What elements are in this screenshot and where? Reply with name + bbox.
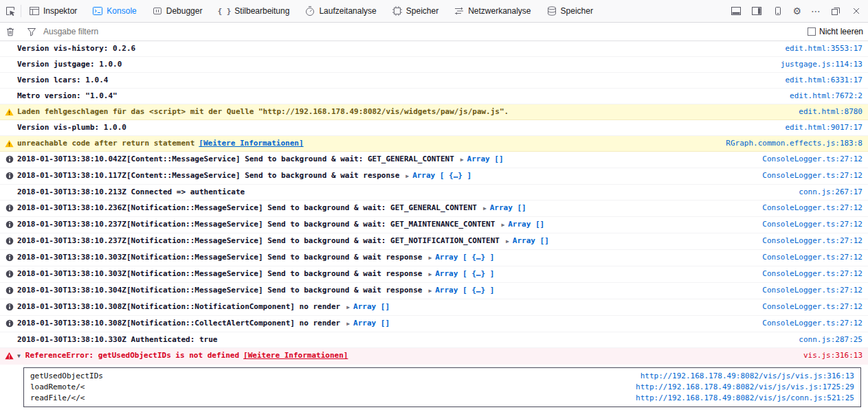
info-icon bbox=[5, 172, 14, 180]
dock-side-button[interactable] bbox=[746, 0, 767, 22]
source-location-link[interactable]: edit.html:8780 bbox=[799, 104, 863, 119]
expand-caret-icon[interactable]: ▶ bbox=[501, 222, 504, 228]
source-location-link[interactable]: conn.js:287:25 bbox=[799, 332, 863, 347]
persist-logs-label: Nicht leeren bbox=[819, 27, 863, 36]
object-preview[interactable]: Array [] bbox=[353, 302, 390, 311]
tab-laufzeitanalyse-4[interactable]: Laufzeitanalyse bbox=[297, 0, 383, 22]
collapse-caret-icon[interactable]: ▼ bbox=[17, 353, 21, 359]
source-location-link[interactable]: ConsoleLogger.ts:27:12 bbox=[762, 299, 863, 314]
message-body: Version vis-plumb: 1.0.0 bbox=[17, 120, 775, 135]
message-text: 2018-01-30T13:38:10.303Z[Notification::M… bbox=[17, 269, 422, 278]
warning-icon bbox=[5, 139, 14, 148]
object-preview[interactable]: Array [ {…} ] bbox=[435, 286, 494, 295]
message-text: unreachable code after return statement bbox=[17, 139, 194, 148]
message-body: ▼ReferenceError: getUsedObjectIDs is not… bbox=[17, 348, 794, 364]
separate-window-icon bbox=[830, 5, 841, 16]
expand-caret-icon[interactable]: ▶ bbox=[483, 205, 487, 211]
source-location-link[interactable]: ConsoleLogger.ts:27:12 bbox=[762, 233, 863, 249]
tab-speicher-5[interactable]: Speicher bbox=[384, 0, 446, 22]
more-menu-button[interactable]: ⋯ bbox=[806, 0, 825, 22]
console-row: 2018-01-30T13:38:10.237Z[Notification::M… bbox=[0, 217, 868, 233]
element-picker-button[interactable] bbox=[0, 0, 21, 22]
source-location-link[interactable]: ConsoleLogger.ts:27:12 bbox=[762, 217, 863, 232]
close-button[interactable] bbox=[846, 0, 867, 22]
settings-gear-button[interactable]: ⚙ bbox=[788, 0, 806, 22]
tab-speicher-7[interactable]: Speicher bbox=[539, 0, 601, 22]
source-location-link[interactable]: ConsoleLogger.ts:27:12 bbox=[762, 168, 863, 183]
object-preview[interactable]: Array [] bbox=[513, 236, 549, 245]
tab-inspektor-0[interactable]: Inspektor bbox=[21, 0, 85, 22]
source-location-link[interactable]: RGraph.common.effects.js:183:8 bbox=[726, 136, 863, 151]
info-icon bbox=[5, 237, 14, 245]
source-location-link[interactable]: edit.html:6331:17 bbox=[785, 73, 863, 88]
filter-icon bbox=[21, 26, 42, 37]
source-location-link[interactable]: ConsoleLogger.ts:27:12 bbox=[762, 316, 863, 331]
learn-more-link[interactable]: [Weitere Informationen] bbox=[243, 351, 348, 360]
persist-logs-checkbox[interactable] bbox=[808, 27, 816, 36]
source-location-link[interactable]: conn.js:267:17 bbox=[799, 185, 863, 200]
object-preview[interactable]: Array [ {…} ] bbox=[435, 253, 494, 262]
persist-logs-toggle[interactable]: Nicht leeren bbox=[808, 27, 868, 36]
learn-more-link[interactable]: [Weitere Informationen] bbox=[199, 139, 303, 148]
expand-caret-icon[interactable]: ▶ bbox=[428, 288, 432, 294]
console-row: 2018-01-30T13:38:10.308Z[Notification::N… bbox=[0, 299, 868, 316]
console-row: Version justgage: 1.0.0justgage.js:114:1… bbox=[0, 57, 868, 73]
tab-label: Stilbearbeitung bbox=[234, 6, 289, 16]
object-preview[interactable]: Array [] bbox=[353, 319, 390, 328]
tab-label: Netzwerkanalyse bbox=[468, 6, 531, 16]
tab-label: Speicher bbox=[561, 6, 593, 16]
source-location-link[interactable]: ConsoleLogger.ts:27:12 bbox=[762, 201, 863, 216]
console-row: Laden fehlgeschlagen für das <script> mi… bbox=[0, 104, 868, 120]
console-row: Version vis-plumb: 1.0.0edit.html:9017:1… bbox=[0, 120, 868, 136]
tab-label: Inspektor bbox=[43, 6, 77, 16]
separate-window-button[interactable] bbox=[825, 0, 846, 22]
source-location-link[interactable]: ConsoleLogger.ts:27:12 bbox=[762, 283, 863, 298]
object-preview[interactable]: Array [] bbox=[508, 220, 544, 229]
source-location-link[interactable]: edit.html:9017:17 bbox=[785, 120, 863, 135]
source-location-link[interactable]: edit.html:7672:2 bbox=[790, 89, 863, 104]
frame-function: loadRemote/< bbox=[30, 382, 85, 393]
dock-bottom-button[interactable] bbox=[726, 0, 746, 22]
frame-source-link[interactable]: http://192.168.178.49:8082/vis/js/conn.j… bbox=[636, 393, 854, 404]
performance-icon bbox=[304, 5, 315, 16]
expand-caret-icon[interactable]: ▶ bbox=[428, 271, 432, 277]
console-row: 2018-01-30T13:38:10.303Z[Notification::M… bbox=[0, 250, 868, 266]
expand-caret-icon[interactable]: ▶ bbox=[346, 321, 350, 327]
source-location-link[interactable]: edit.html:3553:17 bbox=[785, 41, 863, 56]
info-icon bbox=[5, 253, 14, 262]
expand-caret-icon[interactable]: ▶ bbox=[428, 255, 432, 261]
message-text: Version lcars: 1.0.4 bbox=[17, 76, 108, 84]
console-filter-input[interactable] bbox=[42, 27, 331, 36]
source-location-link[interactable]: ConsoleLogger.ts:27:12 bbox=[762, 250, 863, 265]
tab-debugger-2[interactable]: Debugger bbox=[144, 0, 210, 22]
frame-source-link[interactable]: http://192.168.178.49:8082/vis/js/vis.js… bbox=[636, 382, 854, 393]
tab-netzwerkanalyse-6[interactable]: Netzwerkanalyse bbox=[446, 0, 538, 22]
tab-konsole-1[interactable]: Konsole bbox=[85, 0, 144, 22]
source-location-link[interactable]: justgage.js:114:13 bbox=[781, 57, 863, 72]
object-preview[interactable]: Array [] bbox=[467, 154, 504, 163]
message-body: 2018-01-30T13:38:10.042Z[Content::Messag… bbox=[17, 152, 753, 168]
warning-icon bbox=[5, 108, 14, 116]
console-row: Version lcars: 1.0.4edit.html:6331:17 bbox=[0, 73, 868, 89]
info-icon bbox=[5, 204, 14, 212]
expand-caret-icon[interactable]: ▶ bbox=[405, 173, 409, 179]
message-text: 2018-01-30T13:38:10.237Z[Notification::M… bbox=[17, 220, 495, 229]
console-output[interactable]: Version vis-history: 0.2.6edit.html:3553… bbox=[0, 41, 868, 412]
message-text: 2018-01-30T13:38:10.213Z Connected => au… bbox=[17, 187, 245, 196]
responsive-design-button[interactable] bbox=[767, 0, 788, 22]
expand-caret-icon[interactable]: ▶ bbox=[460, 157, 464, 163]
source-location-link[interactable]: ConsoleLogger.ts:27:12 bbox=[762, 152, 863, 167]
source-location-link[interactable]: vis.js:316:13 bbox=[803, 348, 863, 363]
object-preview[interactable]: Array [ {…} ] bbox=[435, 269, 494, 278]
message-body: Version lcars: 1.0.4 bbox=[17, 73, 775, 88]
frame-source-link[interactable]: http://192.168.178.49:8082/vis/js/vis.js… bbox=[641, 371, 854, 382]
expand-caret-icon[interactable]: ▶ bbox=[506, 238, 509, 244]
object-preview[interactable]: Array [ {…} ] bbox=[412, 171, 471, 180]
tab-stilbearbeitung-3[interactable]: { }Stilbearbeitung bbox=[210, 0, 297, 22]
expand-caret-icon[interactable]: ▶ bbox=[346, 304, 350, 310]
message-text: Version vis-plumb: 1.0.0 bbox=[17, 123, 126, 132]
console-row: 2018-01-30T13:38:10.042Z[Content::Messag… bbox=[0, 152, 868, 168]
source-location-link[interactable]: ConsoleLogger.ts:27:12 bbox=[762, 266, 863, 282]
object-preview[interactable]: Array [] bbox=[490, 203, 526, 212]
clear-console-button[interactable] bbox=[0, 26, 21, 37]
